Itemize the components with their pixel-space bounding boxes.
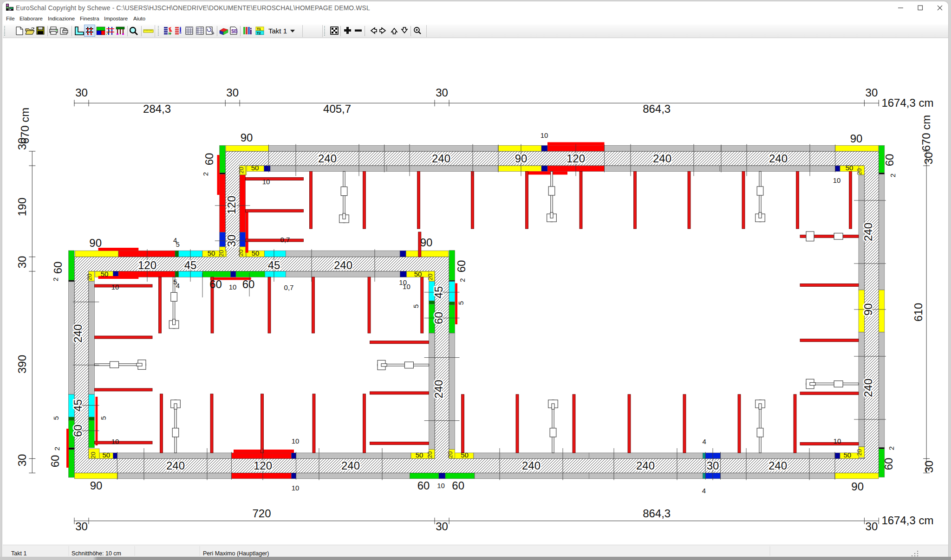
- svg-text:0,7: 0,7: [280, 236, 290, 244]
- svg-text:2: 2: [889, 174, 897, 177]
- svg-text:5: 5: [176, 240, 179, 248]
- svg-text:240: 240: [769, 459, 787, 472]
- svg-text:50: 50: [252, 249, 260, 257]
- svg-text:390: 390: [16, 355, 28, 373]
- svg-text:5: 5: [52, 416, 60, 420]
- svg-text:30: 30: [225, 235, 238, 247]
- svg-text:30: 30: [436, 520, 448, 533]
- svg-text:$B: $B: [231, 28, 238, 34]
- svg-text:60: 60: [49, 455, 61, 468]
- svg-text:2: 2: [52, 277, 59, 281]
- svg-text:10: 10: [292, 484, 300, 492]
- svg-text:20: 20: [86, 274, 93, 280]
- svg-text:405,7: 405,7: [323, 103, 351, 115]
- svg-text:2: 2: [202, 172, 209, 176]
- svg-text:45: 45: [184, 259, 197, 271]
- svg-text:20: 20: [426, 451, 433, 458]
- svg-text:90: 90: [420, 236, 433, 249]
- svg-text:90: 90: [89, 237, 102, 249]
- svg-text:30: 30: [75, 520, 88, 533]
- svg-text:190: 190: [16, 198, 28, 216]
- svg-text:30: 30: [436, 86, 448, 99]
- svg-text:240: 240: [862, 379, 874, 397]
- svg-text:60: 60: [452, 479, 464, 492]
- svg-text:90: 90: [862, 303, 874, 316]
- svg-text:50: 50: [414, 270, 422, 278]
- svg-text:30: 30: [16, 454, 28, 467]
- svg-text:4: 4: [176, 282, 180, 290]
- svg-text:60: 60: [417, 479, 430, 492]
- svg-text:2: 2: [459, 278, 467, 282]
- svg-text:120: 120: [254, 459, 272, 472]
- svg-text:60: 60: [455, 260, 468, 273]
- svg-text:20: 20: [856, 449, 863, 456]
- svg-text:10: 10: [229, 283, 237, 291]
- svg-text:10: 10: [111, 438, 119, 445]
- svg-text:20: 20: [238, 167, 245, 174]
- svg-text:120: 120: [225, 196, 238, 214]
- svg-text:240: 240: [341, 459, 360, 472]
- svg-text:30: 30: [866, 86, 878, 99]
- svg-text:120: 120: [567, 152, 585, 165]
- svg-text:5: 5: [412, 304, 420, 308]
- svg-text:60: 60: [52, 262, 64, 274]
- svg-text:50: 50: [208, 249, 215, 257]
- svg-text:50: 50: [251, 164, 259, 172]
- svg-text:1674,3 cm: 1674,3 cm: [881, 514, 933, 527]
- svg-text:45: 45: [72, 399, 85, 412]
- svg-text:2: 2: [53, 447, 61, 451]
- svg-text:30: 30: [75, 86, 88, 99]
- svg-text:60: 60: [882, 458, 895, 470]
- svg-text:864,3: 864,3: [643, 103, 671, 115]
- svg-text:30: 30: [707, 459, 719, 472]
- svg-text:90: 90: [851, 480, 864, 493]
- svg-text:240: 240: [166, 459, 185, 472]
- svg-text:240: 240: [653, 152, 671, 165]
- svg-text:50: 50: [846, 164, 853, 172]
- svg-text:240: 240: [636, 459, 655, 472]
- svg-text:240: 240: [432, 380, 445, 399]
- svg-text:T1: T1: [257, 27, 261, 31]
- svg-text:1674,3 cm: 1674,3 cm: [881, 97, 933, 109]
- svg-text:30: 30: [923, 461, 935, 473]
- svg-text:10: 10: [262, 178, 270, 186]
- svg-text:50: 50: [461, 451, 469, 459]
- svg-text:10: 10: [292, 437, 300, 445]
- svg-text:20: 20: [90, 452, 97, 458]
- svg-text:0,7: 0,7: [284, 283, 294, 291]
- svg-text:10: 10: [833, 176, 841, 184]
- svg-text:240: 240: [318, 152, 337, 165]
- svg-text:670 cm: 670 cm: [920, 115, 932, 152]
- svg-text:20: 20: [856, 168, 863, 175]
- svg-text:720: 720: [252, 507, 271, 520]
- svg-text:20: 20: [218, 250, 225, 257]
- svg-text:20: 20: [427, 274, 434, 280]
- svg-text:30: 30: [16, 138, 28, 150]
- svg-text:20: 20: [447, 451, 454, 458]
- svg-text:30: 30: [866, 520, 878, 533]
- svg-text:10: 10: [834, 437, 841, 445]
- svg-text:20: 20: [237, 250, 244, 256]
- svg-text:Takt 1: Takt 1: [268, 27, 287, 35]
- svg-text:864,3: 864,3: [643, 507, 671, 520]
- svg-text:60: 60: [883, 154, 896, 167]
- svg-text:30: 30: [922, 152, 935, 165]
- svg-text:90: 90: [850, 132, 863, 145]
- svg-text:10: 10: [403, 283, 410, 290]
- svg-text:60: 60: [432, 312, 445, 324]
- svg-text:10: 10: [437, 482, 445, 489]
- svg-text:10: 10: [111, 283, 119, 291]
- svg-text:90: 90: [90, 479, 103, 492]
- svg-text:240: 240: [72, 324, 85, 343]
- svg-text:4: 4: [703, 438, 706, 445]
- svg-text:610: 610: [912, 303, 925, 322]
- svg-text:4: 4: [702, 487, 706, 495]
- svg-text:240: 240: [432, 152, 450, 165]
- svg-text:2: 2: [887, 446, 895, 450]
- svg-text:90: 90: [241, 131, 253, 144]
- svg-text:5: 5: [99, 416, 107, 420]
- svg-text:240: 240: [862, 223, 874, 241]
- svg-text:50: 50: [843, 451, 851, 459]
- svg-text:30: 30: [16, 256, 28, 269]
- svg-text:240: 240: [769, 152, 788, 165]
